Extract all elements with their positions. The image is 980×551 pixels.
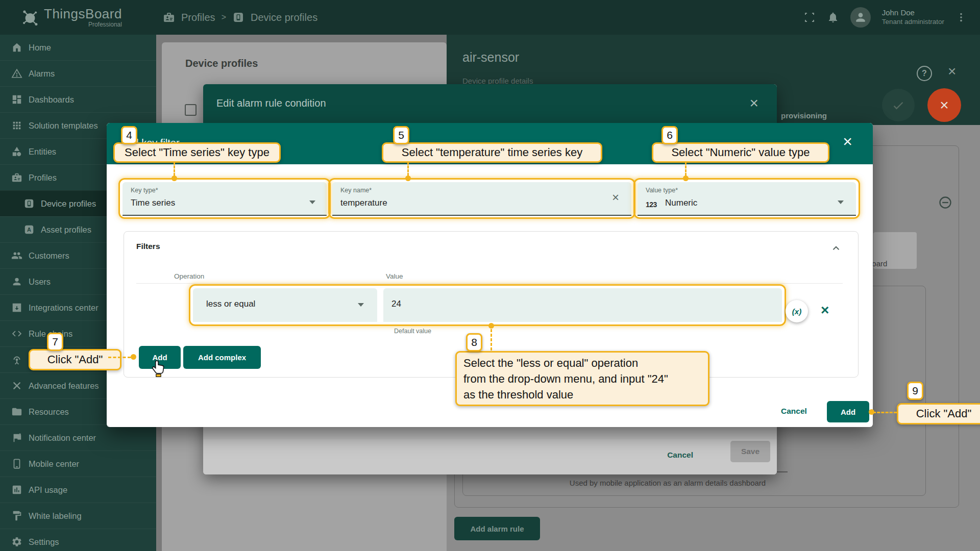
antenna-icon bbox=[11, 354, 22, 365]
sidebar-item-dashboards[interactable]: Dashboards bbox=[0, 86, 156, 112]
breadcrumb-page[interactable]: Device profiles bbox=[251, 12, 317, 23]
device-profile-icon bbox=[23, 198, 35, 209]
outer-dialog-title: Edit alarm rule condition bbox=[216, 97, 326, 109]
key-type-select[interactable]: Key type* Time series bbox=[122, 182, 327, 216]
outer-dialog-cancel-button[interactable]: Cancel bbox=[667, 450, 693, 460]
key-type-label: Key type* bbox=[131, 187, 158, 194]
tab-device-provisioning[interactable]: provisioning bbox=[781, 111, 827, 120]
key-name-label: Key name* bbox=[340, 187, 372, 194]
sidebar-item-api-usage[interactable]: API usage bbox=[0, 477, 156, 503]
brand-name: ThingsBoard bbox=[44, 7, 122, 20]
connector-5 bbox=[407, 162, 409, 176]
sidebar-item-label: Resources bbox=[29, 407, 69, 417]
value-input-text: 24 bbox=[391, 299, 401, 309]
breadcrumb-section[interactable]: Profiles bbox=[181, 12, 215, 23]
connector-dot-8 bbox=[488, 323, 494, 329]
details-close-icon[interactable]: × bbox=[948, 63, 956, 80]
collapse-chevron-icon[interactable] bbox=[830, 243, 842, 254]
sidebar-item-label: Home bbox=[29, 43, 51, 53]
svg-text:A: A bbox=[27, 227, 31, 233]
kebab-menu-icon[interactable] bbox=[955, 12, 967, 23]
connector-dot-9 bbox=[869, 409, 874, 415]
step-badge-6: 6 bbox=[662, 126, 678, 144]
sidebar-item-mobile-center[interactable]: Mobile center bbox=[0, 450, 156, 477]
sidebar-item-label: Users bbox=[29, 277, 51, 287]
sidebar-item-label: API usage bbox=[29, 485, 67, 495]
sidebar-item-label: Notification center bbox=[29, 433, 96, 443]
sidebar-item-white-labeling[interactable]: White labeling bbox=[0, 503, 156, 529]
device-profiles-breadcrumb-icon bbox=[232, 11, 244, 23]
close-icon: × bbox=[940, 96, 949, 114]
sidebar-item-home[interactable]: Home bbox=[0, 35, 156, 60]
cursor-hand-icon bbox=[152, 360, 166, 377]
user-icon bbox=[854, 11, 867, 24]
dialog-close-icon[interactable]: × bbox=[843, 132, 852, 151]
sidebar-item-label: White labeling bbox=[29, 511, 82, 521]
value-type-label: Value type* bbox=[646, 187, 678, 194]
connector-dot-7 bbox=[131, 354, 136, 360]
value-type-select[interactable]: Value type* 123 Numeric bbox=[638, 182, 856, 216]
sidebar-item-label: Settings bbox=[29, 537, 59, 547]
integration-icon bbox=[11, 302, 22, 313]
select-all-checkbox[interactable] bbox=[185, 104, 197, 116]
step-badge-4: 4 bbox=[121, 126, 137, 144]
step-badge-8: 8 bbox=[466, 333, 482, 352]
sidebar-item-label: Mobile center bbox=[29, 459, 79, 469]
key-name-input[interactable]: Key name* temperature × bbox=[332, 182, 631, 216]
breadcrumb: Profiles > Device profiles bbox=[163, 11, 317, 23]
breadcrumb-separator: > bbox=[222, 13, 226, 22]
connector-9 bbox=[873, 412, 897, 413]
step-badge-9: 9 bbox=[907, 382, 923, 400]
sidebar-item-settings[interactable]: Settings bbox=[0, 529, 156, 551]
sidebar-item-alarms[interactable]: Alarms bbox=[0, 60, 156, 86]
discard-changes-fab[interactable]: × bbox=[927, 88, 961, 122]
clear-icon[interactable]: × bbox=[612, 190, 619, 205]
sidebar-item-label: Solution templates bbox=[29, 121, 98, 131]
outer-dialog-close-icon[interactable]: × bbox=[749, 94, 758, 112]
step-tooltip-6: Select "Numeric" value type bbox=[652, 142, 829, 163]
dialog-cancel-button[interactable]: Cancel bbox=[781, 407, 807, 416]
thingsboard-logo-icon bbox=[20, 8, 40, 27]
user-block[interactable]: John Doe Tenant administrator bbox=[882, 8, 944, 27]
mobile-dashboard-hint: Used by mobile application as an alarm d… bbox=[522, 479, 813, 487]
connector-6 bbox=[685, 162, 687, 176]
value-input[interactable]: 24 bbox=[383, 288, 782, 322]
step-tooltip-9: Click "Add" bbox=[897, 403, 980, 424]
sidebar-item-label: Profiles bbox=[29, 173, 57, 183]
operation-value: less or equal bbox=[206, 299, 255, 309]
connector-dot-5 bbox=[405, 176, 411, 181]
avatar[interactable] bbox=[850, 7, 871, 28]
key-type-value: Time series bbox=[131, 198, 175, 208]
sidebar-item-notification-center[interactable]: Notification center bbox=[0, 424, 156, 450]
fullscreen-icon[interactable] bbox=[803, 11, 816, 23]
remove-circle-icon[interactable] bbox=[938, 195, 952, 210]
apps-grid-icon bbox=[11, 120, 22, 131]
help-icon[interactable]: ? bbox=[917, 66, 932, 81]
outer-dialog-save-button[interactable]: Save bbox=[730, 441, 770, 462]
screenshot-root: ThingsBoard Professional Profiles > Devi… bbox=[0, 0, 980, 551]
operation-select[interactable]: less or equal bbox=[193, 288, 377, 322]
connector-dot-6 bbox=[683, 176, 689, 181]
dynamic-value-toggle-button[interactable]: (x) bbox=[786, 300, 808, 322]
connector-dot-4 bbox=[172, 176, 177, 181]
remove-filter-icon[interactable]: × bbox=[821, 302, 829, 318]
brand[interactable]: ThingsBoard Professional bbox=[20, 7, 122, 28]
add-alarm-rule-button[interactable]: Add alarm rule bbox=[454, 517, 540, 540]
apply-changes-fab[interactable] bbox=[882, 89, 915, 121]
add-complex-button[interactable]: Add complex bbox=[183, 346, 261, 369]
row-divider bbox=[136, 283, 843, 284]
dialog-add-button[interactable]: Add bbox=[827, 401, 869, 422]
asset-profile-icon: A bbox=[23, 224, 35, 235]
paint-roller-icon bbox=[11, 510, 22, 521]
home-icon bbox=[11, 42, 22, 53]
code-icon bbox=[11, 328, 22, 339]
entity-title: air-sensor bbox=[462, 50, 519, 65]
step-tooltip-8: Select the "less or equal" operation fro… bbox=[455, 351, 709, 406]
notifications-bell-icon[interactable] bbox=[827, 11, 839, 23]
filters-title: Filters bbox=[136, 242, 160, 251]
step-badge-5: 5 bbox=[393, 126, 409, 144]
user-name: John Doe bbox=[882, 8, 944, 18]
phone-icon bbox=[11, 458, 22, 469]
step-tooltip-5: Select "temperature" time series key bbox=[382, 142, 602, 163]
operation-column-label: Operation bbox=[174, 272, 204, 280]
